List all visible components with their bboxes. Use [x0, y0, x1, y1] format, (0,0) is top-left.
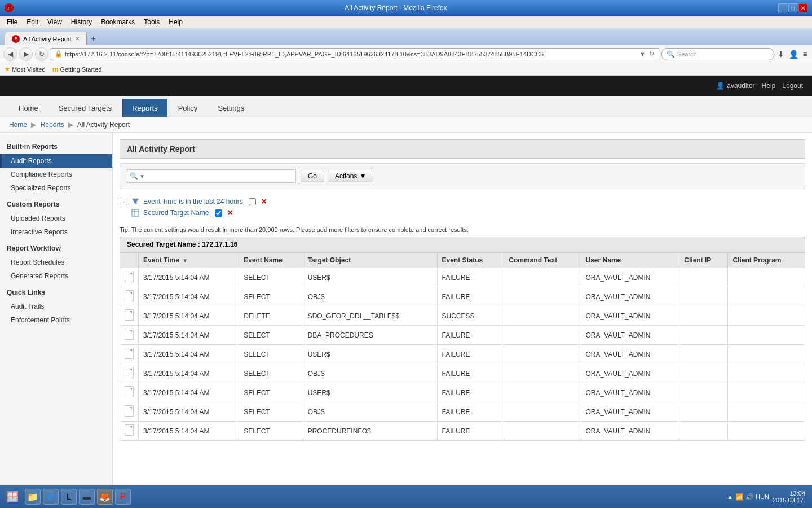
table-row[interactable]: 3/17/2015 5:14:04 AM SELECT USER$ FAILUR… — [120, 268, 805, 287]
breadcrumb-current: All Activity Report — [77, 121, 130, 129]
search-dropdown-arrow[interactable]: ▼ — [139, 173, 145, 179]
col-header-command-text[interactable]: Command Text — [504, 253, 581, 268]
table-row[interactable]: 3/17/2015 5:14:04 AM SELECT USER$ FAILUR… — [120, 383, 805, 402]
cell-event-status: FAILURE — [437, 326, 504, 345]
menu-bookmarks[interactable]: Bookmarks — [96, 17, 139, 27]
menu-view[interactable]: View — [43, 17, 67, 27]
tab-close-button[interactable]: ✕ — [75, 36, 80, 42]
help-link[interactable]: Help — [762, 82, 776, 90]
cell-event-name: DELETE — [239, 306, 303, 326]
cell-event-name: SELECT — [239, 268, 303, 287]
col-header-event-name[interactable]: Event Name — [239, 253, 303, 268]
filter-event-time-text[interactable]: Event Time is in the last 24 hours — [143, 198, 243, 205]
active-tab[interactable]: F All Activity Report ✕ — [5, 32, 87, 45]
main-layout: Built-in Reports Audit Reports Complianc… — [0, 133, 812, 485]
cell-command-text — [504, 326, 581, 345]
user-icon[interactable]: 👤 — [788, 50, 800, 59]
menu-file[interactable]: File — [2, 17, 22, 27]
table-row[interactable]: 3/17/2015 5:14:04 AM SELECT OBJ$ FAILURE… — [120, 364, 805, 383]
nav-tab-secured-targets[interactable]: Secured Targets — [49, 99, 121, 117]
breadcrumb-home[interactable]: Home — [9, 121, 27, 129]
close-button[interactable]: ✕ — [798, 3, 807, 12]
cell-client-ip — [679, 402, 728, 422]
table-row[interactable]: 3/17/2015 5:14:04 AM SELECT OBJ$ FAILURE… — [120, 287, 805, 306]
maximize-button[interactable]: □ — [788, 3, 797, 12]
table-row[interactable]: 3/17/2015 5:14:04 AM SELECT OBJ$ FAILURE… — [120, 402, 805, 422]
sidebar-item-audit-reports[interactable]: Audit Reports — [0, 154, 112, 168]
search-input[interactable]: Search — [677, 51, 769, 58]
sidebar-item-specialized-reports[interactable]: Specialized Reports — [0, 181, 112, 195]
filter-event-time-delete[interactable]: ✕ — [259, 197, 268, 206]
sidebar-item-generated-reports[interactable]: Generated Reports — [0, 269, 112, 283]
cell-client-program — [728, 422, 805, 441]
sidebar-item-report-schedules[interactable]: Report Schedules — [0, 256, 112, 269]
table-row[interactable]: 3/17/2015 5:14:04 AM SELECT PROCEDUREINF… — [120, 422, 805, 441]
download-icon[interactable]: ⬇ — [776, 50, 785, 59]
logout-link[interactable]: Logout — [782, 82, 803, 90]
sidebar-section-quicklinks: Quick Links — [0, 285, 112, 300]
go-button[interactable]: Go — [301, 170, 324, 182]
cell-client-ip — [679, 287, 728, 306]
url-dropdown-button[interactable]: ▼ — [638, 51, 647, 58]
table-row[interactable]: 3/17/2015 5:14:04 AM DELETE SDO_GEOR_DDL… — [120, 306, 805, 326]
menu-icon[interactable]: ≡ — [802, 50, 809, 59]
star-icon: ★ — [5, 65, 10, 73]
sidebar-item-audit-trails[interactable]: Audit Trails — [0, 300, 112, 313]
cell-client-ip — [679, 383, 728, 402]
cell-user-name: ORA_VAULT_ADMIN — [581, 287, 679, 306]
cell-event-status: FAILURE — [437, 364, 504, 383]
menu-history[interactable]: History — [67, 17, 96, 27]
back-button[interactable]: ◀ — [3, 47, 17, 61]
bookmark-label: Getting Started — [60, 66, 102, 73]
nav-tab-home[interactable]: Home — [9, 99, 48, 117]
filter-secured-target-checkbox[interactable] — [215, 209, 222, 217]
nav-tab-reports[interactable]: Reports — [122, 99, 167, 117]
nav-tab-settings[interactable]: Settings — [208, 99, 254, 117]
forward-button[interactable]: ▶ — [19, 47, 33, 61]
url-text: https://172.16.2.11/console/f?p=7700:15:… — [65, 51, 638, 58]
col-header-checkbox — [120, 253, 139, 268]
filter-secured-target-delete[interactable]: ✕ — [226, 208, 235, 217]
col-header-user-name[interactable]: User Name — [581, 253, 679, 268]
sidebar-item-enforcement-points[interactable]: Enforcement Points — [0, 313, 112, 327]
url-box[interactable]: 🔒 https://172.16.2.11/console/f?p=7700:1… — [51, 48, 659, 60]
bookmark-most-visited[interactable]: ★ Most Visited — [5, 65, 46, 73]
table-row[interactable]: 3/17/2015 5:14:04 AM SELECT USER$ FAILUR… — [120, 345, 805, 364]
filter-event-time-checkbox[interactable] — [249, 198, 256, 205]
col-header-client-ip[interactable]: Client IP — [679, 253, 728, 268]
col-header-event-status[interactable]: Event Status — [437, 253, 504, 268]
new-tab-button[interactable]: + — [87, 32, 100, 45]
menu-edit[interactable]: Edit — [22, 17, 43, 27]
menu-help[interactable]: Help — [164, 17, 187, 27]
table-row[interactable]: 3/17/2015 5:14:04 AM SELECT DBA_PROCEDUR… — [120, 326, 805, 345]
menu-tools[interactable]: Tools — [139, 17, 164, 27]
cell-target-object: PROCEDUREINFO$ — [303, 422, 437, 441]
nav-tab-policy[interactable]: Policy — [169, 99, 208, 117]
cell-event-time: 3/17/2015 5:14:04 AM — [139, 422, 239, 441]
cell-event-time: 3/17/2015 5:14:04 AM — [139, 268, 239, 287]
sidebar-item-uploaded-reports[interactable]: Uploaded Reports — [0, 212, 112, 225]
row-icon-cell — [120, 422, 139, 441]
breadcrumb-reports[interactable]: Reports — [41, 121, 64, 129]
minimize-button[interactable]: _ — [778, 3, 787, 12]
cell-event-name: SELECT — [239, 345, 303, 364]
content-area: All Activity Report 🔍 ▼ Go Actions ▼ − — [113, 133, 812, 485]
cell-user-name: ORA_VAULT_ADMIN — [581, 383, 679, 402]
cell-command-text — [504, 287, 581, 306]
search-box[interactable]: 🔍 Search — [661, 48, 774, 60]
url-refresh-button[interactable]: ↻ — [648, 50, 655, 58]
sidebar-item-interactive-reports[interactable]: Interactive Reports — [0, 225, 112, 239]
bookmark-getting-started[interactable]: m Getting Started — [52, 65, 102, 73]
col-header-client-program[interactable]: Client Program — [728, 253, 805, 268]
filter-secured-target-text[interactable]: Secured Target Name — [143, 209, 209, 217]
filter-collapse-button[interactable]: − — [120, 198, 127, 205]
filter-row-event-time: − Event Time is in the last 24 hours ✕ — [120, 196, 805, 207]
row-icon-cell — [120, 326, 139, 345]
search-container[interactable]: 🔍 ▼ — [127, 169, 296, 183]
actions-button[interactable]: Actions ▼ — [329, 170, 372, 182]
col-header-event-time[interactable]: Event Time ▼ — [139, 253, 239, 268]
reload-button[interactable]: ↻ — [35, 47, 48, 61]
col-header-target-object[interactable]: Target Object — [303, 253, 437, 268]
filter-input[interactable] — [145, 171, 293, 181]
sidebar-item-compliance-reports[interactable]: Compliance Reports — [0, 168, 112, 181]
